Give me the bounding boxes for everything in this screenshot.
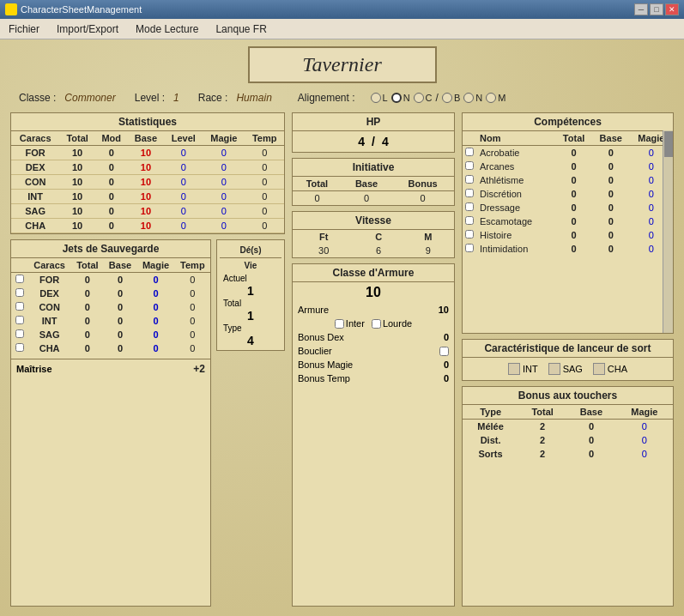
stat-mod: 0 bbox=[95, 175, 128, 190]
bonus-touchers-table: Type Total Base Magie Mélée 2 0 0 Dist. … bbox=[463, 405, 673, 461]
align-C-radio[interactable] bbox=[414, 93, 424, 103]
app-icon bbox=[5, 3, 17, 15]
bonus-touchers-row: Sorts 2 0 0 bbox=[463, 447, 673, 461]
jets-base: 0 bbox=[104, 287, 137, 300]
bt-type: Dist. bbox=[463, 433, 518, 447]
menubar: Fichier Import/Export Mode Lecture Lanqu… bbox=[0, 19, 684, 39]
lanceur-int-checkbox[interactable] bbox=[508, 363, 520, 375]
lourde-checkbox[interactable] bbox=[372, 319, 381, 329]
minimize-button[interactable]: ─ bbox=[634, 3, 648, 15]
jets-row: DEX 0 0 0 0 bbox=[11, 287, 210, 300]
align-N1-radio[interactable] bbox=[391, 93, 402, 103]
jets-cb[interactable] bbox=[11, 273, 27, 287]
align-B-radio[interactable] bbox=[442, 93, 452, 103]
jets-cb[interactable] bbox=[11, 314, 27, 328]
inter-lourde-row: Inter Lourde bbox=[293, 317, 454, 330]
armure-row: Armure 10 bbox=[293, 303, 454, 317]
bouclier-row: Bouclier bbox=[293, 344, 454, 358]
comp-col-cb bbox=[463, 131, 476, 146]
stat-col-caracs: Caracs bbox=[11, 131, 59, 146]
jets-base: 0 bbox=[104, 314, 137, 328]
stat-magie: 0 bbox=[203, 160, 245, 175]
stat-magie: 0 bbox=[203, 146, 245, 160]
jets-col-magie: Magie bbox=[136, 258, 174, 273]
classe-value: Commoner bbox=[64, 92, 115, 104]
comp-base: 0 bbox=[592, 228, 630, 242]
char-info-row: Classe : Commoner Level : 1 Race : Humai… bbox=[10, 92, 674, 104]
jets-row: FOR 0 0 0 0 bbox=[11, 273, 210, 287]
hp-row: 4 / 4 bbox=[293, 131, 454, 152]
align-N2-radio[interactable] bbox=[463, 93, 474, 103]
align-L-radio[interactable] bbox=[371, 93, 381, 103]
stat-temp: 0 bbox=[245, 219, 284, 233]
comp-cb[interactable] bbox=[463, 214, 476, 228]
comp-total: 0 bbox=[555, 201, 592, 214]
stat-col-base: Base bbox=[128, 131, 165, 146]
menu-import-export[interactable]: Import/Export bbox=[51, 21, 124, 37]
comp-row: Athlétisme 0 0 0 bbox=[463, 173, 673, 187]
bouclier-checkbox[interactable] bbox=[439, 347, 449, 356]
comp-base: 0 bbox=[592, 187, 630, 201]
statistiques-table: Caracs Total Mod Base Level Magie Temp F… bbox=[11, 131, 284, 233]
des-type-label: Type bbox=[223, 323, 242, 333]
stat-level: 0 bbox=[164, 160, 203, 175]
comp-col-base: Base bbox=[592, 131, 630, 146]
scrollbar-track[interactable] bbox=[663, 130, 673, 333]
stat-magie: 0 bbox=[203, 219, 245, 233]
bonus-touchers-panel: Bonus aux touchers Type Total Base Magie… bbox=[462, 386, 674, 607]
stat-temp: 0 bbox=[245, 160, 284, 175]
bt-base: 0 bbox=[566, 419, 616, 433]
comp-cb[interactable] bbox=[463, 173, 476, 187]
comp-cb[interactable] bbox=[463, 201, 476, 214]
menu-mode-lecture[interactable]: Mode Lecture bbox=[130, 21, 203, 37]
jets-base: 0 bbox=[104, 341, 137, 355]
lanceur-sag-checkbox[interactable] bbox=[548, 363, 560, 375]
des-vie-panel: Dé(s) Vie Actuel 1 Total 1 Type bbox=[216, 239, 285, 351]
race-label: Race : bbox=[198, 92, 228, 104]
scrollbar-thumb[interactable] bbox=[664, 131, 673, 157]
comp-cb[interactable] bbox=[463, 242, 476, 256]
jets-cb[interactable] bbox=[11, 300, 27, 314]
close-button[interactable]: ✕ bbox=[665, 3, 679, 15]
inter-checkbox[interactable] bbox=[335, 319, 344, 329]
jets-magie: 0 bbox=[136, 300, 174, 314]
jets-row: INT 0 0 0 0 bbox=[11, 314, 210, 328]
bt-col-magie: Magie bbox=[616, 405, 673, 420]
menu-langue[interactable]: Lanque FR bbox=[210, 21, 271, 37]
bonus-dex-label: Bonus Dex bbox=[298, 332, 344, 342]
jets-cb[interactable] bbox=[11, 328, 27, 341]
stat-total: 10 bbox=[59, 190, 95, 204]
align-M-radio[interactable] bbox=[486, 93, 496, 103]
jets-base: 0 bbox=[104, 300, 137, 314]
classe-armure-title: Classe d'Armure bbox=[293, 264, 454, 282]
initiative-base: 0 bbox=[342, 191, 391, 206]
comp-name: Dressage bbox=[476, 201, 555, 214]
jets-name: CON bbox=[27, 300, 71, 314]
comp-name: Escamotage bbox=[476, 214, 555, 228]
stat-magie: 0 bbox=[203, 204, 245, 219]
comp-cb[interactable] bbox=[463, 146, 476, 160]
jets-name: SAG bbox=[27, 328, 71, 341]
jets-total: 0 bbox=[71, 287, 104, 300]
comp-total: 0 bbox=[555, 187, 592, 201]
jets-magie: 0 bbox=[136, 314, 174, 328]
lanceur-cha-checkbox[interactable] bbox=[593, 363, 605, 375]
maximize-button[interactable]: □ bbox=[650, 3, 663, 15]
jets-name: DEX bbox=[27, 287, 71, 300]
comp-cb[interactable] bbox=[463, 187, 476, 201]
stat-col-total: Total bbox=[59, 131, 95, 146]
hp-max: 4 bbox=[382, 135, 389, 148]
jets-temp: 0 bbox=[175, 341, 210, 355]
comp-cb[interactable] bbox=[463, 228, 476, 242]
lanceur-sag-option: SAG bbox=[548, 363, 583, 375]
jets-cb[interactable] bbox=[11, 341, 27, 355]
middle-column: HP 4 / 4 Initiative Total Base bbox=[292, 112, 455, 607]
jets-col-base: Base bbox=[104, 258, 137, 273]
comp-cb[interactable] bbox=[463, 160, 476, 173]
stat-total: 10 bbox=[59, 146, 95, 160]
comp-name: Arcanes bbox=[476, 160, 555, 173]
jets-cb[interactable] bbox=[11, 287, 27, 300]
stat-base: 10 bbox=[128, 175, 165, 190]
stat-row: INT 10 0 10 0 0 0 bbox=[11, 190, 284, 204]
menu-fichier[interactable]: Fichier bbox=[3, 21, 45, 37]
